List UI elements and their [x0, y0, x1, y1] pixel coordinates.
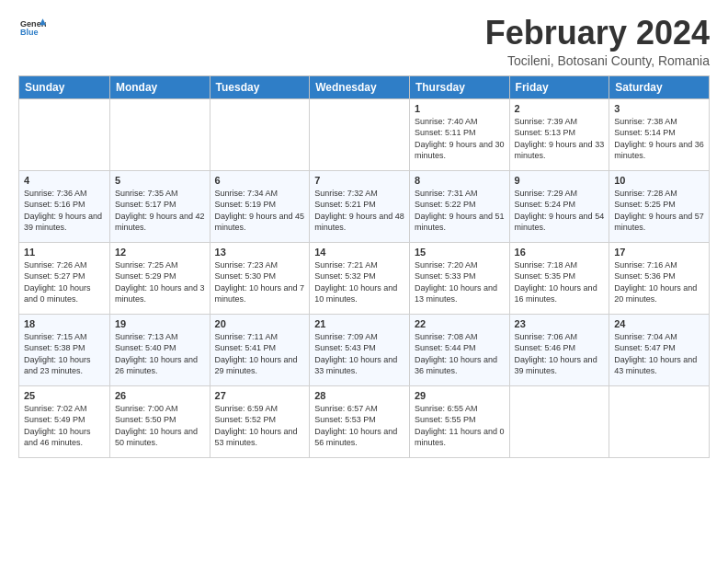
- day-cell: 14Sunrise: 7:21 AM Sunset: 5:32 PM Dayli…: [310, 242, 410, 314]
- day-info: Sunrise: 7:06 AM Sunset: 5:46 PM Dayligh…: [515, 331, 605, 377]
- day-cell: [19, 98, 110, 170]
- day-cell: 28Sunrise: 6:57 AM Sunset: 5:53 PM Dayli…: [310, 385, 410, 457]
- day-info: Sunrise: 7:36 AM Sunset: 5:16 PM Dayligh…: [24, 188, 105, 234]
- day-info: Sunrise: 7:39 AM Sunset: 5:13 PM Dayligh…: [515, 116, 605, 162]
- day-number: 17: [614, 247, 704, 258]
- header: General Blue February 2024 Tocileni, Bot…: [18, 15, 710, 68]
- day-number: 12: [115, 247, 205, 258]
- day-cell: 1Sunrise: 7:40 AM Sunset: 5:11 PM Daylig…: [409, 98, 509, 170]
- day-info: Sunrise: 7:40 AM Sunset: 5:11 PM Dayligh…: [415, 116, 505, 162]
- day-cell: 20Sunrise: 7:11 AM Sunset: 5:41 PM Dayli…: [210, 314, 310, 385]
- day-info: Sunrise: 7:23 AM Sunset: 5:30 PM Dayligh…: [215, 259, 305, 305]
- day-cell: 16Sunrise: 7:18 AM Sunset: 5:35 PM Dayli…: [509, 242, 609, 314]
- week-row-5: 25Sunrise: 7:02 AM Sunset: 5:49 PM Dayli…: [19, 385, 710, 457]
- week-row-3: 11Sunrise: 7:26 AM Sunset: 5:27 PM Dayli…: [19, 242, 710, 314]
- week-row-1: 1Sunrise: 7:40 AM Sunset: 5:11 PM Daylig…: [19, 98, 710, 170]
- col-wednesday: Wednesday: [310, 75, 410, 98]
- day-number: 11: [24, 247, 105, 258]
- day-cell: [310, 98, 410, 170]
- day-number: 24: [614, 318, 704, 329]
- day-info: Sunrise: 7:35 AM Sunset: 5:17 PM Dayligh…: [115, 188, 205, 234]
- day-info: Sunrise: 7:28 AM Sunset: 5:25 PM Dayligh…: [614, 188, 704, 234]
- day-number: 28: [314, 390, 404, 401]
- col-friday: Friday: [509, 75, 609, 98]
- day-cell: 22Sunrise: 7:08 AM Sunset: 5:44 PM Dayli…: [409, 314, 509, 385]
- day-cell: 5Sunrise: 7:35 AM Sunset: 5:17 PM Daylig…: [109, 170, 210, 242]
- day-info: Sunrise: 7:26 AM Sunset: 5:27 PM Dayligh…: [24, 259, 105, 305]
- day-info: Sunrise: 7:29 AM Sunset: 5:24 PM Dayligh…: [515, 188, 605, 234]
- week-row-2: 4Sunrise: 7:36 AM Sunset: 5:16 PM Daylig…: [19, 170, 710, 242]
- day-cell: [109, 98, 210, 170]
- day-cell: 12Sunrise: 7:25 AM Sunset: 5:29 PM Dayli…: [109, 242, 210, 314]
- day-number: 1: [415, 103, 505, 114]
- day-info: Sunrise: 7:02 AM Sunset: 5:49 PM Dayligh…: [24, 403, 105, 449]
- location-subtitle: Tocileni, Botosani County, Romania: [485, 53, 710, 68]
- logo-icon: General Blue: [20, 15, 46, 40]
- day-number: 23: [515, 318, 605, 329]
- day-info: Sunrise: 7:32 AM Sunset: 5:21 PM Dayligh…: [314, 188, 404, 234]
- day-info: Sunrise: 7:20 AM Sunset: 5:33 PM Dayligh…: [415, 259, 505, 305]
- day-cell: 26Sunrise: 7:00 AM Sunset: 5:50 PM Dayli…: [109, 385, 210, 457]
- day-number: 18: [24, 318, 105, 329]
- week-row-4: 18Sunrise: 7:15 AM Sunset: 5:38 PM Dayli…: [19, 314, 710, 385]
- day-number: 21: [314, 318, 404, 329]
- day-info: Sunrise: 6:59 AM Sunset: 5:52 PM Dayligh…: [215, 403, 305, 449]
- day-cell: 13Sunrise: 7:23 AM Sunset: 5:30 PM Dayli…: [210, 242, 310, 314]
- day-info: Sunrise: 7:18 AM Sunset: 5:35 PM Dayligh…: [515, 259, 605, 305]
- day-number: 15: [415, 247, 505, 258]
- day-info: Sunrise: 7:16 AM Sunset: 5:36 PM Dayligh…: [614, 259, 704, 305]
- day-number: 3: [614, 103, 704, 114]
- day-number: 9: [515, 175, 605, 186]
- day-info: Sunrise: 7:34 AM Sunset: 5:19 PM Dayligh…: [215, 188, 305, 234]
- day-info: Sunrise: 7:15 AM Sunset: 5:38 PM Dayligh…: [24, 331, 105, 377]
- day-cell: 24Sunrise: 7:04 AM Sunset: 5:47 PM Dayli…: [609, 314, 710, 385]
- day-number: 29: [415, 390, 505, 401]
- day-info: Sunrise: 6:55 AM Sunset: 5:55 PM Dayligh…: [415, 403, 505, 449]
- day-info: Sunrise: 7:38 AM Sunset: 5:14 PM Dayligh…: [614, 116, 704, 162]
- day-cell: 4Sunrise: 7:36 AM Sunset: 5:16 PM Daylig…: [19, 170, 110, 242]
- day-number: 13: [215, 247, 305, 258]
- day-cell: [210, 98, 310, 170]
- day-info: Sunrise: 7:31 AM Sunset: 5:22 PM Dayligh…: [415, 188, 505, 234]
- day-number: 10: [614, 175, 704, 186]
- day-cell: 2Sunrise: 7:39 AM Sunset: 5:13 PM Daylig…: [509, 98, 609, 170]
- day-info: Sunrise: 7:13 AM Sunset: 5:40 PM Dayligh…: [115, 331, 205, 377]
- month-title: February 2024: [485, 15, 710, 52]
- day-cell: 21Sunrise: 7:09 AM Sunset: 5:43 PM Dayli…: [310, 314, 410, 385]
- day-number: 19: [115, 318, 205, 329]
- day-info: Sunrise: 7:09 AM Sunset: 5:43 PM Dayligh…: [314, 331, 404, 377]
- day-number: 20: [215, 318, 305, 329]
- day-info: Sunrise: 7:11 AM Sunset: 5:41 PM Dayligh…: [215, 331, 305, 377]
- day-number: 8: [415, 175, 505, 186]
- day-cell: 6Sunrise: 7:34 AM Sunset: 5:19 PM Daylig…: [210, 170, 310, 242]
- day-cell: 18Sunrise: 7:15 AM Sunset: 5:38 PM Dayli…: [19, 314, 110, 385]
- day-cell: 15Sunrise: 7:20 AM Sunset: 5:33 PM Dayli…: [409, 242, 509, 314]
- day-info: Sunrise: 7:08 AM Sunset: 5:44 PM Dayligh…: [415, 331, 505, 377]
- day-cell: 3Sunrise: 7:38 AM Sunset: 5:14 PM Daylig…: [609, 98, 710, 170]
- day-number: 22: [415, 318, 505, 329]
- col-monday: Monday: [109, 75, 210, 98]
- day-cell: [509, 385, 609, 457]
- day-cell: 8Sunrise: 7:31 AM Sunset: 5:22 PM Daylig…: [409, 170, 509, 242]
- calendar-table: Sunday Monday Tuesday Wednesday Thursday…: [18, 75, 710, 458]
- day-cell: 7Sunrise: 7:32 AM Sunset: 5:21 PM Daylig…: [310, 170, 410, 242]
- col-thursday: Thursday: [409, 75, 509, 98]
- day-cell: 23Sunrise: 7:06 AM Sunset: 5:46 PM Dayli…: [509, 314, 609, 385]
- day-info: Sunrise: 6:57 AM Sunset: 5:53 PM Dayligh…: [314, 403, 404, 449]
- day-number: 14: [314, 247, 404, 258]
- day-cell: [609, 385, 710, 457]
- day-info: Sunrise: 7:04 AM Sunset: 5:47 PM Dayligh…: [614, 331, 704, 377]
- col-sunday: Sunday: [19, 75, 110, 98]
- day-number: 27: [215, 390, 305, 401]
- svg-text:Blue: Blue: [20, 28, 39, 37]
- day-info: Sunrise: 7:21 AM Sunset: 5:32 PM Dayligh…: [314, 259, 404, 305]
- day-cell: 19Sunrise: 7:13 AM Sunset: 5:40 PM Dayli…: [109, 314, 210, 385]
- col-saturday: Saturday: [609, 75, 710, 98]
- logo: General Blue: [18, 15, 46, 44]
- day-number: 26: [115, 390, 205, 401]
- day-cell: 11Sunrise: 7:26 AM Sunset: 5:27 PM Dayli…: [19, 242, 110, 314]
- day-cell: 29Sunrise: 6:55 AM Sunset: 5:55 PM Dayli…: [409, 385, 509, 457]
- day-number: 7: [314, 175, 404, 186]
- day-number: 16: [515, 247, 605, 258]
- day-cell: 9Sunrise: 7:29 AM Sunset: 5:24 PM Daylig…: [509, 170, 609, 242]
